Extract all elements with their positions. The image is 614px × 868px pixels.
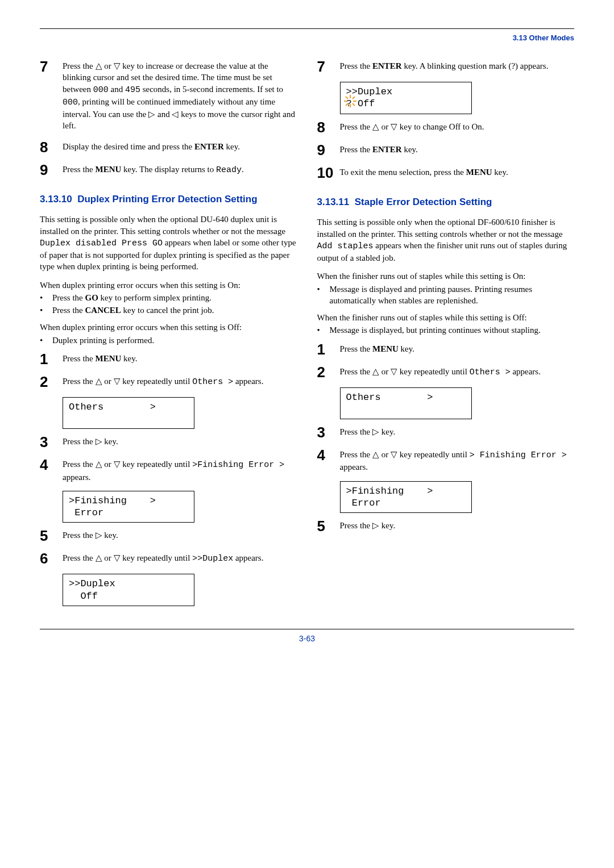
left-step6-text: Press the △ or ▽ key repeatedly until >>… [63,551,263,565]
step-number-8: 8 [40,140,63,155]
left-step4-text: Press the △ or ▽ key repeatedly until >F… [63,457,297,483]
left-step5-text: Press the ▷ key. [63,528,118,541]
right-step9-num: 9 [317,143,340,157]
svg-line-7 [352,97,355,99]
r-step1-text: Press the MENU key. [340,342,415,354]
header-rule [40,28,574,29]
r-step5-text: Press the ▷ key. [340,519,396,531]
finisher-on-bullet: •Message is displayed and printing pause… [317,283,575,307]
left-step3-text: Press the ▷ key. [63,435,118,447]
r-step2-text: Press the △ or ▽ key repeatedly until Ot… [340,365,541,378]
display-duplex-blink: >>Duplex? Off [340,82,472,114]
right-step8-num: 8 [317,120,340,135]
finisher-on-line: When the finisher runs out of staples wh… [317,270,575,282]
r-step4-text: Press the △ or ▽ key repeatedly until > … [340,448,575,473]
left-step6-num: 6 [40,551,63,566]
page-number: 3-63 [40,634,574,643]
left-step2-num: 2 [40,374,63,389]
r-step2-num: 2 [317,365,340,379]
r-step3-num: 3 [317,425,340,440]
right-step10-text: To exit the menu selection, press the ME… [340,165,508,178]
left-step5-num: 5 [40,528,63,543]
step-7-text: Press the △ or ▽ key to increase or decr… [63,59,297,132]
display-others-left: Others > [63,397,194,429]
footer-rule [40,629,574,629]
left-column: 7 Press the △ or ▽ key to increase or de… [40,59,297,612]
svg-line-4 [346,97,348,99]
step-8-text: Display the desired time and press the E… [63,140,240,152]
left-step1-num: 1 [40,352,63,366]
blink-cursor-icon [344,95,356,107]
on-setting-line: When duplex printing error occurs when t… [40,279,297,291]
left-step2-text: Press the △ or ▽ key repeatedly until Ot… [63,374,263,388]
right-step8-text: Press the △ or ▽ key to change Off to On… [340,120,484,132]
finisher-off-line: When the finisher runs out of staples wh… [317,312,575,323]
right-step10-num: 10 [317,165,340,180]
left-step4-num: 4 [40,457,63,472]
r-step3-text: Press the ▷ key. [340,425,396,437]
header-breadcrumb: 3.13 Other Modes [40,34,574,42]
r-step4-num: 4 [317,448,340,462]
display-duplex-left: >>Duplex Off [63,574,194,606]
right-step7-num: 7 [317,59,340,74]
step-9-text: Press the MENU key. The display returns … [63,162,244,176]
section-3-13-10-title: 3.13.10 Duplex Printing Error Detection … [40,193,297,206]
display-others-right: Others > [340,387,472,420]
off-setting-line: When duplex printing error occurs when t… [40,322,297,333]
bullet-on-1: •Press the GO key to perform simplex pri… [40,292,297,303]
left-step1-text: Press the MENU key. [63,352,138,364]
right-step9-text: Press the ENTER key. [340,143,418,155]
svg-line-5 [352,103,355,106]
r-step5-num: 5 [317,519,340,533]
step-number-7: 7 [40,59,63,74]
step-number-9: 9 [40,162,63,177]
left-step3-num: 3 [40,435,63,449]
finisher-off-bullet: •Message is displayed, but printing cont… [317,324,575,336]
bullet-off-1: •Duplex printing is performed. [40,335,297,346]
right-step7-text: Press the ENTER key. A blinking question… [340,59,549,72]
right-column: 7 Press the ENTER key. A blinking questi… [317,59,575,612]
section-3-13-11-title: 3.13.11 Staple Error Detection Setting [317,196,575,209]
display-finishing-left: >Finishing > Error [63,491,194,523]
bullet-on-2: •Press the CANCEL key to cancel the prin… [40,304,297,316]
svg-line-6 [346,103,348,106]
section-3-13-11-intro: This setting is possible only when the o… [317,216,575,264]
section-3-13-10-intro: This setting is possible only when the o… [40,214,297,272]
display-finishing-right: >Finishing > Error [340,481,472,514]
r-step1-num: 1 [317,342,340,357]
